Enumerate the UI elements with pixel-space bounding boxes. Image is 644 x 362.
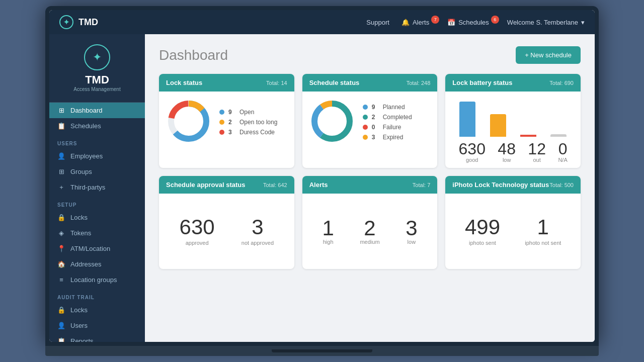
battery-status-total: Total: 690 bbox=[549, 80, 574, 86]
lock-status-donut bbox=[166, 99, 211, 146]
stat-not-approved: 3 not approved bbox=[242, 217, 274, 246]
legend-dot-open bbox=[219, 110, 224, 115]
nav-item-groups[interactable]: ⊞ Groups bbox=[49, 164, 145, 179]
iphoto-total: Total: 500 bbox=[549, 182, 574, 188]
alerts-card-title: Alerts bbox=[309, 181, 328, 189]
tokens-icon: ◈ bbox=[57, 229, 65, 237]
bar-out bbox=[520, 135, 536, 137]
users-icon: 👤 bbox=[57, 322, 65, 329]
battery-bar-out bbox=[520, 135, 536, 137]
lock-status-title: Lock status bbox=[166, 79, 202, 86]
schedule-status-title: Schedule status bbox=[309, 79, 360, 86]
nav-label-tokens: Tokens bbox=[70, 229, 91, 237]
stat-approved: 630 approved bbox=[180, 217, 215, 246]
nav-item-employees[interactable]: 👤 Employees bbox=[49, 148, 145, 164]
support-link[interactable]: Support bbox=[366, 19, 389, 26]
alert-medium: 2 medium bbox=[360, 218, 379, 245]
schedule-status-donut bbox=[309, 99, 355, 146]
nav-label-dashboard: Dashboard bbox=[70, 107, 103, 114]
nav-item-schedules[interactable]: 📋 Schedules bbox=[49, 118, 145, 134]
nav-label-groups: Groups bbox=[70, 168, 92, 175]
nav-label-audit-locks: Locks bbox=[70, 306, 88, 314]
legend-dot-planned bbox=[363, 105, 368, 110]
battery-status-header: Lock battery status Total: 690 bbox=[445, 74, 581, 92]
approval-status-title: Schedule approval status bbox=[166, 181, 246, 189]
nav-item-location-groups[interactable]: ≡ Location groups bbox=[49, 272, 145, 288]
sidebar: ✦ TMD Access Management ⊞ Dashboard 📋 Sc… bbox=[49, 34, 145, 342]
legend-item-expired: 3 Expired bbox=[363, 134, 412, 141]
nav-item-reports[interactable]: 📋 Reports bbox=[49, 333, 145, 342]
bar-low bbox=[490, 114, 506, 137]
battery-stat-good: 630 good bbox=[459, 141, 486, 163]
bell-icon: 🔔 bbox=[401, 19, 410, 26]
nav-item-dashboard[interactable]: ⊞ Dashboard bbox=[49, 103, 145, 118]
alerts-card: Alerts Total: 7 1 high 2 medium bbox=[302, 176, 438, 269]
schedule-status-body: 9 Planned 2 Completed bbox=[302, 92, 438, 167]
battery-status-body: 630 good 48 low 12 out bbox=[445, 92, 581, 168]
approval-status-card: Schedule approval status Total: 642 630 … bbox=[159, 176, 294, 269]
nav-item-tokens[interactable]: ◈ Tokens bbox=[49, 225, 145, 241]
atm-icon: 📍 bbox=[57, 245, 65, 252]
legend-item-duress: 3 Duress Code bbox=[219, 129, 277, 136]
reports-icon: 📋 bbox=[57, 337, 65, 342]
alerts-link[interactable]: 🔔 Alerts 7 bbox=[401, 19, 435, 26]
nav-item-users[interactable]: 👤 Users bbox=[49, 318, 145, 333]
chevron-down-icon: ▾ bbox=[581, 19, 585, 26]
new-schedule-button[interactable]: + New schedule bbox=[516, 46, 581, 64]
dashboard-icon: ⊞ bbox=[57, 107, 65, 114]
lock-status-legend: 9 Open 2 Open too long bbox=[219, 109, 277, 136]
legend-item-completed: 2 Completed bbox=[363, 114, 412, 121]
calendar-icon: 📅 bbox=[447, 19, 455, 26]
battery-bars bbox=[452, 97, 574, 137]
locks-icon: 🔒 bbox=[57, 214, 65, 221]
nav-item-audit-locks[interactable]: 🔒 Locks bbox=[49, 302, 145, 318]
alert-high: 1 high bbox=[322, 218, 334, 245]
nav-label-locks: Locks bbox=[70, 214, 88, 221]
audit-locks-icon: 🔒 bbox=[57, 306, 65, 314]
battery-bar-na bbox=[550, 134, 567, 137]
cards-grid: Lock status Total: 14 bbox=[159, 74, 581, 269]
battery-stat-out: 12 out bbox=[528, 141, 546, 163]
lock-status-header: Lock status Total: 14 bbox=[159, 74, 294, 92]
nav-item-locks[interactable]: 🔒 Locks bbox=[49, 210, 145, 225]
support-label: Support bbox=[366, 19, 389, 26]
legend-dot-completed bbox=[363, 115, 368, 120]
stat-iphoto-not-sent: 1 iphoto not sent bbox=[525, 217, 561, 246]
nav-item-atm[interactable]: 📍 ATM/Location bbox=[49, 241, 145, 256]
approval-status-header: Schedule approval status Total: 642 bbox=[159, 176, 294, 194]
legend-item-open-long: 2 Open too long bbox=[219, 119, 277, 126]
battery-status-card: Lock battery status Total: 690 bbox=[445, 74, 581, 168]
nav-label-reports: Reports bbox=[70, 337, 94, 342]
groups-icon: ⊞ bbox=[57, 168, 65, 175]
schedules-badge: 6 bbox=[491, 16, 499, 24]
nav-item-third-partys[interactable]: + Third-partys bbox=[49, 179, 145, 195]
section-audit: AUDIT TRAIL bbox=[49, 288, 145, 302]
brand-icon: ✦ bbox=[59, 15, 73, 29]
brand-name: TMD bbox=[78, 17, 98, 28]
battery-bar-low bbox=[490, 114, 506, 137]
welcome-dropdown[interactable]: Welcome S. Temberlane ▾ bbox=[507, 19, 585, 26]
alerts-total: Total: 7 bbox=[413, 182, 430, 188]
bar-good bbox=[459, 102, 475, 137]
lock-status-total: Total: 14 bbox=[266, 80, 287, 86]
employees-icon: 👤 bbox=[57, 152, 65, 160]
battery-bar-good bbox=[459, 102, 475, 137]
nav-label-users: Users bbox=[70, 322, 88, 329]
section-setup: SETUP bbox=[49, 195, 145, 210]
main-content: Dashboard + New schedule Lock status Tot… bbox=[145, 34, 595, 342]
alerts-header: Alerts Total: 7 bbox=[302, 176, 438, 194]
nav-label-schedules: Schedules bbox=[70, 122, 101, 130]
legend-dot-failure bbox=[363, 125, 368, 130]
section-users: USERS bbox=[49, 134, 145, 148]
page-title: Dashboard bbox=[159, 47, 228, 63]
nav-item-addresses[interactable]: 🏠 Addresses bbox=[49, 256, 145, 272]
schedule-status-total: Total: 248 bbox=[407, 80, 431, 86]
logo-text: TMD bbox=[57, 74, 137, 85]
schedules-label: Schedules bbox=[458, 19, 489, 26]
logo-subtitle: Access Management bbox=[57, 86, 137, 92]
legend-item-open: 9 Open bbox=[219, 109, 277, 116]
nav-label-third-partys: Third-partys bbox=[70, 184, 105, 191]
logo-icon: ✦ bbox=[84, 44, 110, 70]
schedules-link[interactable]: 📅 Schedules 6 bbox=[447, 19, 495, 26]
iphoto-title: iPhoto Lock Technology status bbox=[452, 181, 549, 189]
